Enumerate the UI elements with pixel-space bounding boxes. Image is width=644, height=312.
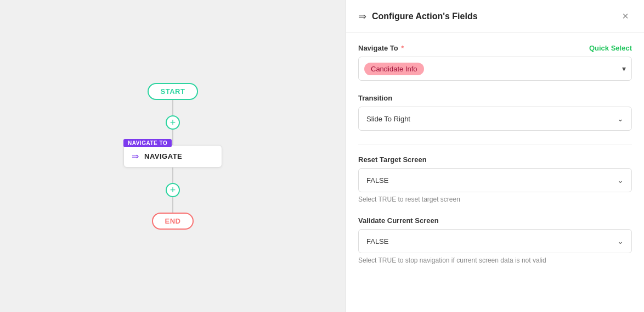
navigate-arrow-icon: ⇒ bbox=[132, 151, 139, 161]
reset-target-section: Reset Target Screen FALSE ⌄ Select TRUE … bbox=[358, 155, 632, 203]
reset-target-hint: Select TRUE to reset target screen bbox=[358, 196, 632, 203]
connector-1 bbox=[172, 100, 173, 115]
config-header: ⇒ Configure Action's Fields × bbox=[346, 0, 644, 33]
close-button[interactable]: × bbox=[619, 9, 632, 24]
start-label: START bbox=[161, 87, 185, 96]
navigate-to-label-row: Navigate To * Quick Select bbox=[358, 44, 632, 52]
connector-2 bbox=[172, 130, 173, 145]
config-header-left: ⇒ Configure Action's Fields bbox=[358, 10, 478, 23]
navigate-to-label: Navigate To * bbox=[358, 44, 404, 52]
navigate-card: ⇒ NAVIGATE bbox=[123, 145, 222, 168]
transition-label-row: Transition bbox=[358, 94, 632, 102]
config-panel: ⇒ Configure Action's Fields × Navigate T… bbox=[346, 0, 644, 312]
reset-target-chevron-icon: ⌄ bbox=[617, 176, 624, 185]
validate-current-chevron-icon: ⌄ bbox=[617, 237, 624, 246]
start-node: START bbox=[148, 83, 199, 100]
end-node: END bbox=[152, 213, 194, 230]
transition-value: Slide To Right bbox=[366, 115, 410, 123]
transition-chevron-icon: ⌄ bbox=[617, 114, 624, 123]
config-title: Configure Action's Fields bbox=[372, 12, 478, 21]
validate-current-label: Validate Current Screen bbox=[358, 216, 439, 225]
navigate-card-label: NAVIGATE bbox=[144, 152, 182, 160]
flow-container: START + NAVIGATE TO ⇒ NAVIGATE + END bbox=[123, 83, 222, 230]
navigate-block[interactable]: NAVIGATE TO ⇒ NAVIGATE bbox=[123, 145, 222, 168]
validate-current-hint: Select TRUE to stop navigation if curren… bbox=[358, 257, 632, 264]
connector-4 bbox=[172, 197, 173, 213]
candidate-tag: Candidate Info bbox=[364, 63, 424, 75]
validate-current-value: FALSE bbox=[366, 237, 388, 246]
validate-current-dropdown[interactable]: FALSE ⌄ bbox=[358, 229, 632, 253]
reset-target-label-row: Reset Target Screen bbox=[358, 155, 632, 164]
connector-3 bbox=[172, 168, 173, 183]
reset-target-dropdown[interactable]: FALSE ⌄ bbox=[358, 168, 632, 192]
transition-section: Transition Slide To Right ⌄ bbox=[358, 94, 632, 131]
config-body: Navigate To * Quick Select Candidate Inf… bbox=[346, 33, 644, 312]
quick-select-link[interactable]: Quick Select bbox=[589, 44, 632, 52]
add-button-2[interactable]: + bbox=[166, 183, 180, 197]
flow-panel: START + NAVIGATE TO ⇒ NAVIGATE + END bbox=[0, 0, 346, 312]
navigate-badge: NAVIGATE TO bbox=[123, 139, 172, 147]
config-header-icon: ⇒ bbox=[358, 10, 366, 23]
navigate-to-dropdown-arrow[interactable]: ▾ bbox=[622, 64, 626, 73]
navigate-to-input[interactable]: Candidate Info ▾ bbox=[358, 57, 632, 81]
end-label: END bbox=[165, 217, 181, 225]
reset-target-value: FALSE bbox=[366, 176, 388, 185]
required-marker: * bbox=[399, 44, 404, 52]
divider-1 bbox=[358, 144, 632, 144]
transition-label: Transition bbox=[358, 94, 392, 102]
add-button-1[interactable]: + bbox=[166, 115, 180, 130]
transition-dropdown[interactable]: Slide To Right ⌄ bbox=[358, 107, 632, 131]
navigate-to-section: Navigate To * Quick Select Candidate Inf… bbox=[358, 44, 632, 81]
reset-target-label: Reset Target Screen bbox=[358, 155, 427, 164]
validate-current-label-row: Validate Current Screen bbox=[358, 216, 632, 225]
validate-current-section: Validate Current Screen FALSE ⌄ Select T… bbox=[358, 216, 632, 264]
